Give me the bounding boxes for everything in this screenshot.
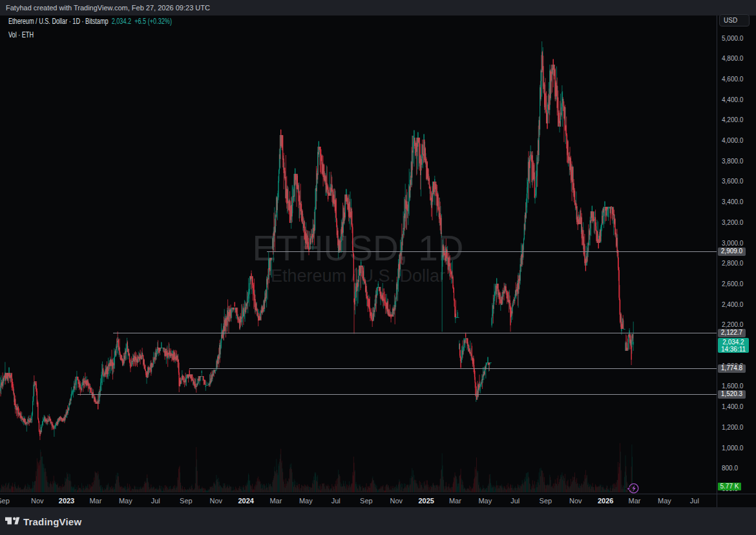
svg-text:ETHUSD, 1D: ETHUSD, 1D — [253, 228, 464, 268]
